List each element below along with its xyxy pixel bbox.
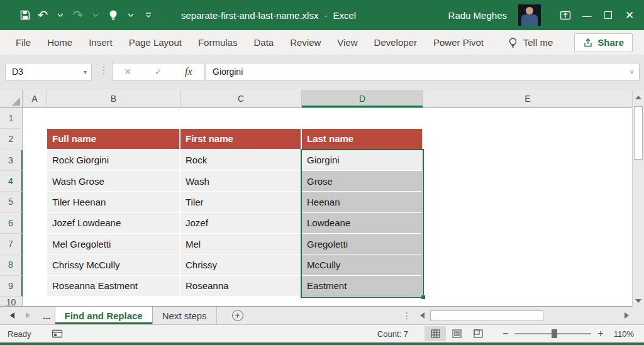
row-header-7[interactable]: 7	[0, 234, 23, 255]
page-break-preview-button[interactable]	[467, 326, 489, 341]
row-header-8[interactable]: 8	[0, 255, 23, 275]
scroll-up-button[interactable]	[633, 91, 644, 104]
formula-bar-grip-icon[interactable]: ⋮	[99, 64, 108, 76]
sheet-list-ellipsis[interactable]: ...	[39, 307, 55, 324]
cell-A4[interactable]	[23, 171, 47, 192]
cell-D9[interactable]: Eastment	[302, 276, 423, 297]
maximize-button[interactable]	[597, 0, 619, 30]
row-header-1[interactable]: 1	[0, 108, 23, 129]
zoom-out-button[interactable]: −	[502, 328, 508, 339]
cell-D2[interactable]: Last name	[302, 129, 423, 150]
cell-B4[interactable]: Wash Grose	[47, 171, 180, 192]
cell-D5[interactable]: Heenan	[302, 192, 423, 212]
tab-home[interactable]: Home	[39, 37, 80, 48]
insert-function-icon[interactable]: fx	[174, 66, 204, 77]
previous-sheet-icon[interactable]	[10, 312, 14, 319]
cancel-icon[interactable]: ✕	[113, 67, 143, 77]
lightbulb-dropdown[interactable]	[123, 6, 138, 25]
sheet-tab-find-and-replace[interactable]: Find and Replace	[55, 307, 153, 324]
tab-view[interactable]: View	[329, 37, 365, 48]
cell-C5[interactable]: Tiler	[180, 192, 302, 212]
minimize-button[interactable]: —	[576, 0, 597, 30]
column-header-C[interactable]: C	[180, 90, 302, 107]
zoom-slider[interactable]	[514, 328, 591, 339]
page-layout-view-button[interactable]	[446, 326, 467, 341]
close-button[interactable]: ✕	[619, 0, 640, 30]
formula-input[interactable]: Giorgini ˅	[206, 63, 640, 80]
scroll-right-button[interactable]	[621, 310, 632, 322]
tab-page-layout[interactable]: Page Layout	[121, 37, 190, 48]
tab-file[interactable]: File	[8, 37, 39, 48]
scroll-down-button[interactable]	[633, 295, 644, 307]
redo-dropdown[interactable]	[88, 6, 103, 25]
cell-B5[interactable]: Tiler Heenan	[47, 192, 180, 212]
cell-C3[interactable]: Rock	[180, 150, 302, 171]
tab-review[interactable]: Review	[282, 37, 329, 48]
row-header-3[interactable]: 3	[0, 150, 23, 171]
scroll-left-button[interactable]	[416, 310, 428, 322]
row-header-2[interactable]: 2	[0, 129, 23, 150]
cell-A7[interactable]	[23, 234, 47, 255]
column-header-A[interactable]: A	[23, 90, 47, 107]
lightbulb-button[interactable]	[106, 6, 121, 25]
cell-B7[interactable]: Mel Gregoletti	[47, 234, 180, 255]
cell-B3[interactable]: Rock Giorgini	[47, 150, 180, 171]
cell-B9[interactable]: Roseanna Eastment	[47, 276, 180, 297]
account-user-name[interactable]: Radu Meghes	[448, 10, 507, 21]
zoom-slider-thumb[interactable]	[552, 329, 557, 338]
tab-developer[interactable]: Developer	[366, 37, 425, 48]
horizontal-scrollbar[interactable]	[416, 310, 632, 322]
cell-A9[interactable]	[23, 276, 47, 297]
vertical-scrollbar[interactable]	[632, 90, 644, 308]
ribbon-display-options-button[interactable]	[555, 0, 576, 30]
cell-B8[interactable]: Chrissy McCully	[47, 255, 180, 275]
sheet-tab-next-steps[interactable]: Next steps	[153, 307, 217, 324]
tell-me-button[interactable]: Tell me	[508, 37, 553, 48]
cell-C9[interactable]: Roseanna	[180, 276, 302, 297]
tab-bar-grip-icon[interactable]: ⋮	[402, 310, 416, 320]
cell-A6[interactable]	[23, 213, 47, 234]
cell-D4[interactable]: Grose	[302, 171, 423, 192]
redo-button[interactable]: ↷	[70, 6, 86, 25]
tab-formulas[interactable]: Formulas	[190, 37, 246, 48]
tab-power-pivot[interactable]: Power Pivot	[425, 37, 492, 48]
enter-icon[interactable]: ✓	[143, 67, 173, 77]
row-header-6[interactable]: 6	[0, 213, 23, 234]
cell-D6[interactable]: Lowdeane	[302, 213, 423, 234]
share-button[interactable]: Share	[574, 33, 633, 52]
cell-A2[interactable]	[23, 129, 47, 150]
row-header-9[interactable]: 9	[0, 276, 23, 297]
cell-D3-active[interactable]: Giorgini	[302, 150, 423, 171]
tab-data[interactable]: Data	[245, 37, 282, 48]
record-macro-button[interactable]	[52, 329, 63, 339]
row-header-10[interactable]: 10	[0, 297, 23, 306]
avatar[interactable]	[518, 4, 541, 26]
cell-C4[interactable]: Wash	[180, 171, 302, 192]
vertical-scrollbar-thumb[interactable]	[634, 106, 643, 160]
row-header-4[interactable]: 4	[0, 171, 23, 192]
add-sheet-button[interactable]: +	[232, 310, 243, 321]
tab-insert[interactable]: Insert	[80, 37, 121, 48]
cell-A8[interactable]	[23, 255, 47, 275]
column-header-E[interactable]: E	[423, 90, 632, 107]
zoom-in-button[interactable]: +	[597, 328, 603, 339]
zoom-level[interactable]: 110%	[614, 329, 634, 339]
next-sheet-icon[interactable]	[26, 312, 30, 319]
undo-button[interactable]: ↶	[35, 6, 50, 25]
cell-B6[interactable]: Jozef Lowdeane	[47, 213, 180, 234]
cell-D8[interactable]: McCully	[302, 255, 423, 275]
cell-A5[interactable]	[23, 192, 47, 212]
fill-handle[interactable]	[421, 295, 426, 300]
cell-A3[interactable]	[23, 150, 47, 171]
cell-D7[interactable]: Gregoletti	[302, 234, 423, 255]
row-header-5[interactable]: 5	[0, 192, 23, 212]
save-button[interactable]	[18, 6, 33, 25]
name-box-dropdown-icon[interactable]: ▾	[84, 68, 87, 75]
select-all-button[interactable]	[0, 90, 23, 107]
normal-view-button[interactable]	[425, 326, 446, 341]
formula-bar-expand-icon[interactable]: ˅	[630, 68, 634, 75]
cell-C6[interactable]: Jozef	[180, 213, 302, 234]
cell-C8[interactable]: Chrissy	[180, 255, 302, 275]
customize-qat-button[interactable]	[141, 6, 156, 25]
undo-dropdown[interactable]	[53, 6, 68, 25]
